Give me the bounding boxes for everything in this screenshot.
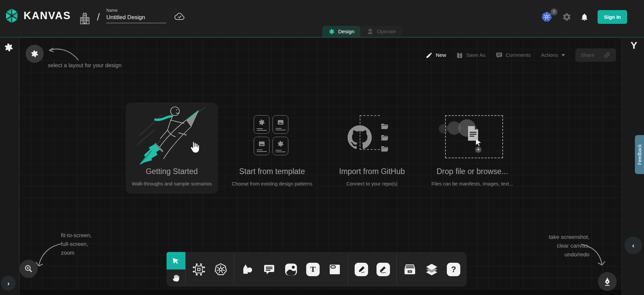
toolbar-group-draw — [348, 252, 396, 287]
comments-button[interactable]: Comments — [496, 52, 531, 59]
folder-icon — [380, 145, 390, 153]
magnifier-plus-icon — [24, 264, 33, 273]
pencil-tile — [377, 263, 390, 276]
template-tile — [273, 137, 288, 155]
design-name-label: Name — [106, 8, 166, 13]
kubernetes-count-badge: 0 — [550, 8, 558, 15]
pen-nib-icon — [603, 277, 612, 286]
comments-label: Comments — [506, 52, 531, 58]
pencil-tool[interactable] — [376, 262, 391, 277]
collapse-right-panel-button[interactable]: ‹ — [624, 237, 642, 254]
pinwheel-icon — [277, 140, 284, 148]
header-actions: 0 Sign In — [541, 10, 627, 24]
actions-label: Actions — [541, 52, 558, 58]
toolbar-group-elements: T — [234, 252, 348, 287]
zoom-hint-arrow — [35, 239, 63, 270]
design-canvas[interactable]: select a layout for your design New Save… — [20, 38, 621, 290]
pen-icon — [357, 265, 366, 274]
sticky-note-tool[interactable] — [327, 262, 342, 277]
hand-icon — [172, 273, 180, 282]
operate-headset-icon — [366, 28, 374, 35]
image-tool[interactable] — [284, 262, 298, 277]
shapes-icon — [241, 263, 253, 276]
new-label: New — [436, 52, 446, 58]
help-tile: ? — [447, 263, 460, 276]
pointer-pan-toggle — [167, 252, 185, 287]
design-action-bar: New Save As Comments Actions Share — [426, 48, 616, 62]
plus-badge: + — [475, 146, 482, 153]
card-title: Start from template — [226, 167, 318, 176]
infrastructure-tool[interactable] — [191, 262, 206, 277]
pen-tile — [355, 263, 368, 276]
toolbar-group-infra — [186, 252, 234, 287]
rocket-doodle-illustration — [134, 104, 211, 166]
component-drawer-tool[interactable] — [402, 262, 417, 277]
layers-tool[interactable] — [424, 262, 439, 277]
gear-icon — [562, 12, 571, 22]
design-name-field: Name — [106, 8, 166, 23]
pen-tool[interactable] — [354, 262, 369, 277]
layout-flower-icon — [30, 49, 39, 58]
save-as-button[interactable]: Save As — [456, 52, 486, 59]
sticky-note-icon — [328, 263, 341, 276]
tab-design-label: Design — [338, 29, 354, 35]
comment-icon — [496, 52, 503, 59]
shapes-tool[interactable] — [240, 262, 255, 277]
settings-button[interactable] — [562, 12, 571, 22]
design-name-input[interactable] — [106, 14, 166, 23]
card-drop-file[interactable]: + Drop file or browse... Files can be ma… — [427, 103, 518, 193]
card-import-from-github[interactable]: Import from GitHub Connect to your repo(… — [326, 103, 418, 193]
text-tile: T — [306, 263, 320, 276]
sign-in-button[interactable]: Sign In — [598, 10, 627, 24]
tab-design[interactable]: Design — [322, 26, 360, 37]
expand-left-panel-button[interactable]: › — [1, 276, 16, 291]
motion-circle — [439, 124, 448, 133]
template-tile — [273, 115, 288, 134]
kubernetes-tool[interactable] — [213, 262, 228, 277]
feedback-tab[interactable]: Feedback — [635, 135, 644, 174]
comment-tool[interactable] — [262, 262, 277, 277]
feedback-label: Feedback — [637, 144, 642, 165]
kanvas-logo-icon — [4, 7, 20, 24]
kubernetes-context-button[interactable]: 0 — [541, 10, 553, 24]
organization-icon[interactable] — [78, 10, 92, 26]
card-subtitle: Files can be manifests, images, text... — [427, 181, 518, 186]
canvas-actions-button[interactable] — [598, 272, 617, 291]
card-subtitle: Connect to your repo(s) — [326, 181, 418, 186]
help-tool[interactable]: ? — [446, 262, 461, 277]
github-octocat-icon — [348, 125, 372, 150]
folder-icon — [380, 134, 390, 142]
folder-icon — [380, 122, 390, 130]
pencil-icon — [426, 52, 433, 59]
pencil-icon — [379, 265, 388, 274]
design-pinwheel-icon — [328, 28, 335, 35]
cloud-sync-icon[interactable] — [174, 12, 185, 23]
tab-operate[interactable]: Operate — [360, 26, 402, 37]
pan-tool[interactable] — [167, 269, 185, 287]
pointer-tool[interactable] — [167, 252, 185, 269]
layout-selector-button[interactable] — [26, 45, 44, 63]
card-title: Drop file or browse... — [427, 167, 518, 176]
card-subtitle: Choose from existing design patterns — [226, 181, 318, 186]
chip-icon — [192, 263, 205, 276]
layers-icon — [425, 263, 438, 276]
card-getting-started[interactable]: Getting Started Walk-throughs and sample… — [126, 103, 217, 193]
card-start-from-template[interactable]: Start from template Choose from existing… — [226, 103, 318, 193]
link-icon — [602, 50, 612, 60]
tab-operate-label: Operate — [377, 29, 396, 35]
text-tool[interactable]: T — [306, 262, 320, 277]
zoom-controls-button[interactable] — [20, 260, 38, 278]
image-icon — [277, 119, 285, 126]
new-button[interactable]: New — [426, 52, 446, 59]
kanvas-spinner-icon — [4, 42, 14, 54]
template-tile — [254, 115, 270, 134]
drawer-icon — [403, 263, 417, 276]
card-subtitle: Walk-throughs and sample scenarios — [126, 181, 217, 186]
bell-icon — [580, 13, 589, 22]
hand-cursor-icon — [188, 141, 201, 154]
actions-dropdown[interactable]: Actions — [541, 52, 565, 58]
notifications-button[interactable] — [580, 13, 589, 22]
share-button[interactable]: Share — [575, 48, 616, 62]
breadcrumb-separator: / — [97, 11, 100, 23]
canvas-actions-hint-text: take screenshot, clear canvas, undo/redo — [549, 233, 589, 259]
